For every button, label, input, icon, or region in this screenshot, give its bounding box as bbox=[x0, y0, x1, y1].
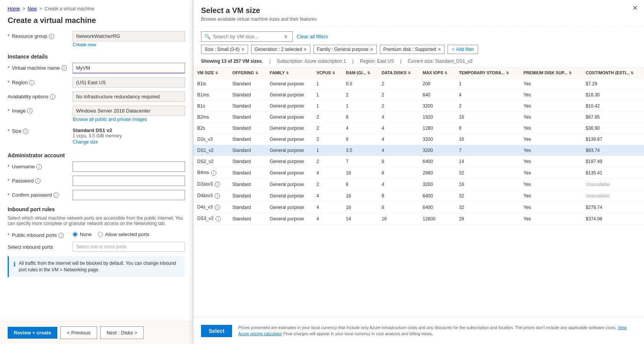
public-inbound-label: * Public inbound ports i bbox=[8, 230, 73, 238]
sort-icon: ⇅ bbox=[631, 71, 634, 75]
availability-input[interactable]: No infrastructure redundancy required bbox=[73, 91, 185, 102]
filter-chip[interactable]: Family : General purpose✕ bbox=[313, 45, 377, 54]
username-input[interactable] bbox=[73, 161, 185, 172]
cell-cost: $187.49 bbox=[582, 156, 644, 167]
select-button[interactable]: Select bbox=[201, 325, 232, 337]
cell-offering: Standard bbox=[229, 78, 266, 90]
cell-vm_size: B1s bbox=[193, 101, 229, 112]
table-row[interactable]: DS3_v2 iStandardGeneral purpose414161280… bbox=[193, 213, 644, 225]
confirm-password-input[interactable] bbox=[73, 190, 185, 200]
breadcrumb-home[interactable]: Home bbox=[8, 6, 20, 11]
port-dropdown[interactable]: Select one or more ports bbox=[73, 242, 185, 252]
availability-label: Availability options i bbox=[8, 91, 73, 99]
change-size-link[interactable]: Change size bbox=[73, 139, 185, 145]
column-header-max_iops[interactable]: MAX IOPS ⇅ bbox=[419, 67, 455, 78]
table-row[interactable]: D2asv3 iStandardGeneral purpose284320016… bbox=[193, 179, 644, 190]
next-button[interactable]: Next : Disks > bbox=[100, 326, 144, 339]
row-info-icon[interactable]: i bbox=[211, 170, 216, 176]
previous-button[interactable]: < Previous bbox=[60, 326, 97, 339]
breadcrumb-new[interactable]: New bbox=[28, 6, 37, 11]
column-header-cost[interactable]: COST/MONTH (ESTI... ⇅ bbox=[582, 67, 644, 78]
chip-remove-icon[interactable]: ✕ bbox=[370, 47, 373, 52]
region-row: * Region i (US) East US bbox=[8, 77, 185, 88]
clear-filters-link[interactable]: Clear all filters bbox=[297, 34, 328, 39]
password-info-icon[interactable]: i bbox=[35, 178, 41, 184]
cell-data_disks: 8 bbox=[378, 156, 419, 167]
row-info-icon[interactable]: i bbox=[215, 193, 220, 199]
table-row[interactable]: B1lsStandardGeneral purpose10.522001Yes$… bbox=[193, 78, 644, 90]
radio-none-input[interactable] bbox=[73, 232, 78, 237]
table-row[interactable]: D4s_v3 iStandardGeneral purpose416864003… bbox=[193, 202, 644, 213]
cell-max_iops: 6400 bbox=[419, 190, 455, 202]
cell-premium_disk: Yes bbox=[520, 156, 582, 167]
image-input[interactable]: Windows Server 2016 Datacenter bbox=[73, 106, 185, 116]
public-inbound-info-icon[interactable]: i bbox=[58, 233, 64, 238]
public-inbound-value: None Allow selected ports bbox=[73, 230, 185, 237]
info-box-icon: ℹ bbox=[13, 260, 16, 273]
resource-group-info-icon[interactable]: i bbox=[49, 34, 54, 39]
cell-family: General purpose bbox=[266, 78, 313, 90]
cell-vm_size: D4s_v3 i bbox=[193, 202, 229, 213]
column-header-data_disks[interactable]: DATA DISKS ⇅ bbox=[378, 67, 419, 78]
filter-chip[interactable]: Size : Small (0-6)✕ bbox=[201, 45, 248, 54]
chip-label: Premium disk : Supported bbox=[383, 47, 436, 52]
column-header-vm_size[interactable]: VM SIZE ⇅ bbox=[193, 67, 229, 78]
chip-remove-icon[interactable]: ✕ bbox=[438, 47, 441, 52]
column-header-premium_disk[interactable]: PREMIUM DISK SUP... ⇅ bbox=[520, 67, 582, 78]
add-filter-button[interactable]: + Add filter bbox=[448, 45, 478, 54]
browse-images-link[interactable]: Browse all public and private images bbox=[73, 117, 185, 122]
table-row[interactable]: D4asv3 iStandardGeneral purpose416864003… bbox=[193, 190, 644, 202]
availability-info-icon[interactable]: i bbox=[50, 94, 55, 99]
radio-none-option[interactable]: None bbox=[73, 232, 92, 237]
cell-temp_storage: 16 bbox=[455, 179, 520, 190]
review-create-button[interactable]: Review + create bbox=[8, 327, 57, 339]
vm-table-container[interactable]: VM SIZE ⇅OFFERING ⇅FAMILY ⇅VCPUS ⇅RAM (G… bbox=[193, 67, 644, 317]
size-info-icon[interactable]: i bbox=[23, 129, 28, 134]
filter-chip[interactable]: Generation : 2 selected✕ bbox=[251, 45, 310, 54]
username-info-icon[interactable]: i bbox=[36, 164, 42, 170]
password-input[interactable] bbox=[73, 176, 185, 186]
cell-cost: $67.85 bbox=[582, 112, 644, 123]
chip-remove-icon[interactable]: ✕ bbox=[241, 47, 245, 52]
table-row[interactable]: DS2_v2StandardGeneral purpose278640014Ye… bbox=[193, 156, 644, 167]
create-new-link[interactable]: Create new bbox=[73, 42, 185, 47]
search-input[interactable] bbox=[213, 34, 282, 39]
column-header-temp_storage[interactable]: TEMPORARY STORA... ⇅ bbox=[455, 67, 520, 78]
table-row[interactable]: D2s_v3StandardGeneral purpose284320016Ye… bbox=[193, 134, 644, 145]
vm-name-info-icon[interactable]: i bbox=[62, 65, 67, 71]
row-info-icon[interactable]: i bbox=[216, 216, 221, 222]
table-row[interactable]: B4ms iStandardGeneral purpose4168288032Y… bbox=[193, 167, 644, 179]
cell-family: General purpose bbox=[266, 90, 313, 101]
table-row[interactable]: B1sStandardGeneral purpose11232002Yes$10… bbox=[193, 101, 644, 112]
select-note-text: Prices presented are estimates in your l… bbox=[238, 325, 616, 330]
column-header-family[interactable]: FAMILY ⇅ bbox=[266, 67, 313, 78]
select-inbound-value: Select one or more ports bbox=[73, 242, 185, 252]
cell-family: General purpose bbox=[266, 202, 313, 213]
create-vm-panel: Home > New > Create a virtual machine Cr… bbox=[0, 0, 193, 344]
panel-close-button[interactable]: ✕ bbox=[632, 4, 638, 12]
cell-ram: 3.5 bbox=[342, 145, 378, 156]
cell-vm_size: D2s_v3 bbox=[193, 134, 229, 145]
radio-allow-option[interactable]: Allow selected ports bbox=[98, 232, 149, 237]
search-clear-icon[interactable]: ✕ bbox=[284, 34, 288, 39]
column-header-offering[interactable]: OFFERING ⇅ bbox=[229, 67, 266, 78]
table-row[interactable]: B2msStandardGeneral purpose284192016Yes$… bbox=[193, 112, 644, 123]
cell-vcpus: 2 bbox=[313, 156, 342, 167]
chip-remove-icon[interactable]: ✕ bbox=[303, 47, 307, 52]
radio-allow-input[interactable] bbox=[98, 232, 103, 237]
image-info-icon[interactable]: i bbox=[27, 108, 32, 114]
row-info-icon[interactable]: i bbox=[215, 182, 220, 187]
table-row[interactable]: DS1_v2StandardGeneral purpose13.5432007Y… bbox=[193, 145, 644, 156]
summary-text: Showing 13 of 257 VM sizes. | Subscripti… bbox=[201, 59, 472, 64]
table-row[interactable]: B2sStandardGeneral purpose24412808Yes$36… bbox=[193, 123, 644, 134]
row-info-icon[interactable]: i bbox=[215, 205, 220, 210]
confirm-password-info-icon[interactable]: i bbox=[54, 192, 59, 198]
column-header-ram[interactable]: RAM (GI... ⇅ bbox=[342, 67, 378, 78]
vm-name-input[interactable] bbox=[73, 63, 185, 73]
column-header-vcpus[interactable]: VCPUS ⇅ bbox=[313, 67, 342, 78]
region-info-icon[interactable]: i bbox=[29, 80, 34, 85]
cell-offering: Standard bbox=[229, 134, 266, 145]
region-input[interactable]: (US) East US bbox=[73, 77, 185, 88]
table-row[interactable]: B1msStandardGeneral purpose1226404Yes$18… bbox=[193, 90, 644, 101]
filter-chip[interactable]: Premium disk : Supported✕ bbox=[380, 45, 444, 54]
